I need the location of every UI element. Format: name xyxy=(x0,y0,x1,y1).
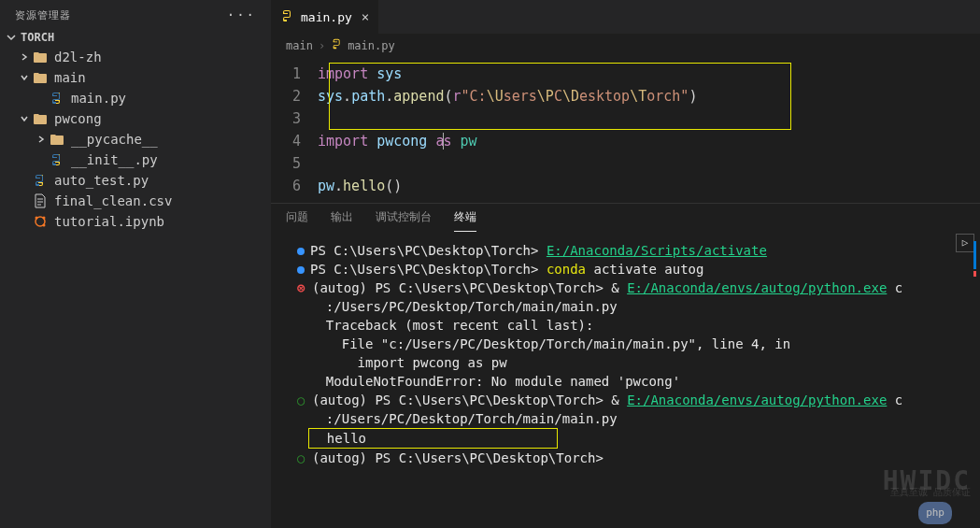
tree-item-label: d2l-zh xyxy=(54,50,102,64)
tree-item-label: main xyxy=(54,70,86,85)
line-number: 4 xyxy=(271,130,318,152)
error-icon: ⊗ xyxy=(297,278,308,297)
file-tree: TORCH d2l-zhmainmain.pypwcong__pycache__… xyxy=(0,26,271,234)
tree-item-label: __init__.py xyxy=(71,152,158,167)
terminal-line: ModuleNotFoundError: No module named 'pw… xyxy=(297,372,954,391)
folder-icon xyxy=(32,50,49,64)
tree-item-label: main.py xyxy=(71,91,126,106)
more-icon[interactable]: ··· xyxy=(227,7,256,22)
status-dot-icon xyxy=(297,266,305,274)
status-dot-icon xyxy=(297,248,305,255)
python-icon xyxy=(32,173,49,188)
tree-item-__pycache__[interactable]: __pycache__ xyxy=(0,129,271,150)
tree-item-label: __pycache__ xyxy=(71,132,158,147)
terminal[interactable]: PS C:\Users\PC\Desktop\Torch> E:/Anacond… xyxy=(271,232,980,528)
panel-tabs: 问题输出调试控制台终端 xyxy=(271,204,980,232)
code-content: sys.path.append(r"C:\Users\PC\Desktop\To… xyxy=(318,85,980,107)
chevron-icon xyxy=(34,135,49,144)
watermark-sub: 至真至诚 品质保证 xyxy=(890,483,971,502)
svg-point-2 xyxy=(43,217,46,220)
breadcrumb-folder: main xyxy=(286,39,313,52)
line-number: 3 xyxy=(271,107,318,130)
terminal-line: PS C:\Users\PC\Desktop\Torch> conda acti… xyxy=(297,260,954,278)
code-content xyxy=(318,152,980,175)
line-number: 5 xyxy=(271,152,318,175)
tree-root-label[interactable]: TORCH xyxy=(0,28,271,47)
panel-tab-3[interactable]: 终端 xyxy=(454,209,476,232)
terminal-line: import pwcong as pw xyxy=(297,353,954,372)
php-badge: php xyxy=(918,502,952,524)
code-line[interactable]: 1import sys xyxy=(271,63,980,85)
notebook-icon xyxy=(32,214,49,229)
tree-item-d2l-zh[interactable]: d2l-zh xyxy=(0,47,271,67)
chevron-icon xyxy=(17,114,32,123)
terminal-line: File "c:/Users/PC/Desktop/Torch/main/mai… xyxy=(297,335,954,353)
code-line[interactable]: 4import pwcong as pw xyxy=(271,130,980,152)
editor-tab[interactable]: main.py × xyxy=(271,0,379,34)
terminal-line: Traceback (most recent call last): xyxy=(297,316,954,335)
svg-point-4 xyxy=(285,11,286,12)
highlight-box-terminal: hello xyxy=(308,428,558,449)
breadcrumb-file: main.py xyxy=(348,39,395,52)
chevron-down-icon xyxy=(6,32,17,43)
tree-item-label: auto_test.py xyxy=(54,173,149,188)
folder-icon xyxy=(32,70,49,85)
tree-item-auto_test-py[interactable]: auto_test.py xyxy=(0,170,271,191)
folder-icon xyxy=(32,111,49,126)
code-line[interactable]: 3 xyxy=(271,107,980,130)
chevron-right-icon: › xyxy=(319,39,325,52)
panel-tab-1[interactable]: 输出 xyxy=(331,209,353,232)
line-number: 6 xyxy=(271,175,318,197)
terminal-side-icons: ▷ xyxy=(956,234,974,252)
terminal-action-icon[interactable]: ▷ xyxy=(956,234,974,252)
svg-point-1 xyxy=(36,217,38,220)
tree-item-main[interactable]: main xyxy=(0,67,271,88)
tree-item-final_clean-csv[interactable]: final_clean.csv xyxy=(0,191,271,211)
terminal-line: PS C:\Users\PC\Desktop\Torch> E:/Anacond… xyxy=(297,241,954,260)
main-area: main.py × main › main.py 1import sys2sys… xyxy=(271,0,980,528)
python-icon xyxy=(49,91,65,106)
code-content xyxy=(318,107,980,130)
sidebar: 资源管理器 ··· TORCH d2l-zhmainmain.pypwcong_… xyxy=(0,0,271,528)
code-line[interactable]: 6pw.hello() xyxy=(271,175,980,197)
tree-item-tutorial-ipynb[interactable]: tutorial.ipynb xyxy=(0,211,271,232)
terminal-line: :/Users/PC/Desktop/Torch/main/main.py xyxy=(297,409,954,428)
tree-item-pwcong[interactable]: pwcong xyxy=(0,108,271,129)
sidebar-header: 资源管理器 ··· xyxy=(0,0,271,26)
success-icon: ○ xyxy=(297,449,308,467)
chevron-icon xyxy=(17,73,32,82)
code-content: import pwcong as pw xyxy=(318,130,980,152)
chevron-icon xyxy=(17,52,32,62)
sidebar-title: 资源管理器 xyxy=(15,8,71,22)
line-number: 1 xyxy=(271,63,318,85)
code-line[interactable]: 2sys.path.append(r"C:\Users\PC\Desktop\T… xyxy=(271,85,980,107)
python-icon xyxy=(49,152,65,167)
tree-item-label: pwcong xyxy=(54,111,102,126)
terminal-line: ○(autog) PS C:\Users\PC\Desktop\Torch> &… xyxy=(297,391,954,409)
success-icon: ○ xyxy=(297,391,308,409)
tree-item-__init__-py[interactable]: __init__.py xyxy=(0,150,271,170)
code-content: import sys xyxy=(318,63,980,85)
terminal-line: ○(autog) PS C:\Users\PC\Desktop\Torch> xyxy=(297,449,954,467)
folder-icon xyxy=(49,132,65,147)
svg-point-3 xyxy=(43,224,46,227)
bottom-panel: 问题输出调试控制台终端 PS C:\Users\PC\Desktop\Torch… xyxy=(271,203,980,528)
scroll-marker xyxy=(973,241,976,269)
code-content: pw.hello() xyxy=(318,175,980,197)
python-file-icon xyxy=(331,37,344,53)
terminal-line: :/Users/PC/Desktop/Torch/main/main.py xyxy=(297,297,954,316)
code-line[interactable]: 5 xyxy=(271,152,980,175)
tree-item-main-py[interactable]: main.py xyxy=(0,88,271,108)
panel-tab-0[interactable]: 问题 xyxy=(286,209,308,232)
file-icon xyxy=(32,193,49,208)
terminal-line: ⊗(autog) PS C:\Users\PC\Desktop\Torch> &… xyxy=(297,278,954,297)
python-file-icon xyxy=(280,8,295,26)
code-editor[interactable]: 1import sys2sys.path.append(r"C:\Users\P… xyxy=(271,57,980,203)
close-icon[interactable]: × xyxy=(362,9,369,24)
panel-tab-2[interactable]: 调试控制台 xyxy=(376,209,432,232)
tab-label: main.py xyxy=(301,10,352,24)
breadcrumb[interactable]: main › main.py xyxy=(271,34,980,57)
tree-item-label: tutorial.ipynb xyxy=(54,214,164,229)
tab-bar: main.py × xyxy=(271,0,980,34)
watermark: HWIDC xyxy=(883,472,971,491)
